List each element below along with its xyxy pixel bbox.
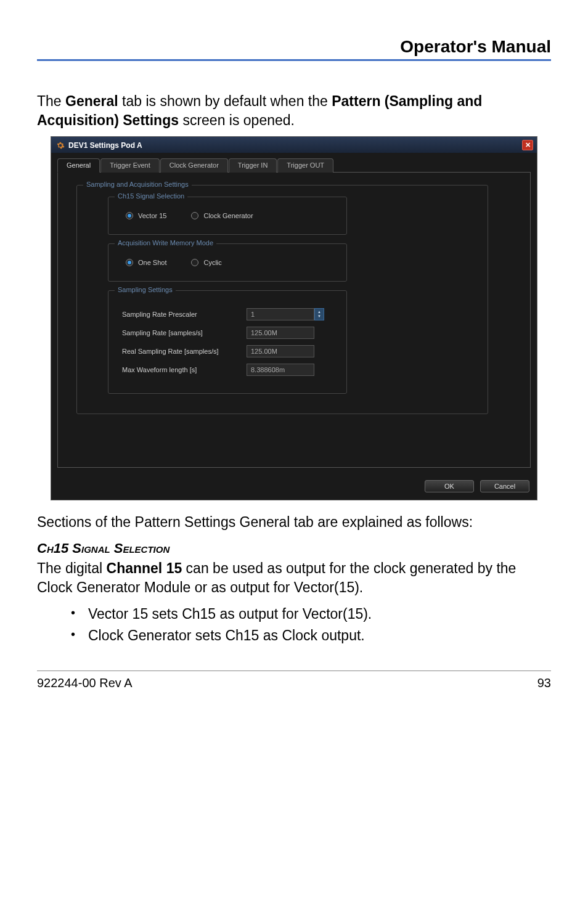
field-label: Sampling Rate Prescaler (122, 311, 239, 318)
group-legend: Ch15 Signal Selection (115, 192, 187, 200)
tab-container: General Trigger Event Clock Generator Tr… (51, 153, 537, 474)
group-sampling-acquisition: Sampling and Acquisition Settings Ch15 S… (76, 185, 488, 414)
spinner-buttons[interactable]: ▲ ▼ (314, 308, 324, 320)
section-heading: Ch15 Signal Selection (37, 540, 551, 556)
text: The (37, 93, 65, 109)
dialog-window: DEV1 Settings Pod A ✕ General Trigger Ev… (51, 136, 537, 500)
group-legend: Sampling and Acquisition Settings (83, 181, 192, 188)
intro-paragraph: The General tab is shown by default when… (37, 92, 551, 130)
radio-row: One Shot Cyclic (122, 255, 335, 270)
tab-trigger-in[interactable]: Trigger IN (229, 158, 277, 173)
tab-trigger-out[interactable]: Trigger OUT (277, 158, 333, 173)
radio-icon (126, 212, 133, 219)
paragraph: Sections of the Pattern Settings General… (37, 513, 551, 532)
group-ch15-signal: Ch15 Signal Selection Vector 15 Clock Ge… (108, 197, 347, 235)
page-header: Operator's Manual (37, 37, 551, 61)
radio-cyclic[interactable]: Cyclic (191, 259, 221, 266)
gear-icon (56, 141, 65, 150)
tab-trigger-event[interactable]: Trigger Event (100, 158, 160, 173)
real-sampling-rate-value: 125.00M (247, 345, 314, 357)
radio-icon (126, 259, 133, 266)
radio-label: Cyclic (203, 259, 221, 266)
ok-button[interactable]: OK (425, 480, 474, 492)
field-label: Max Waveform length [s] (122, 366, 239, 373)
radio-label: Clock Generator (203, 212, 253, 219)
prescaler-input[interactable]: 1 (247, 308, 314, 320)
page-footer: 922244-00 Rev A 93 (37, 671, 551, 690)
list-item: Clock Generator sets Ch15 as Clock outpu… (71, 625, 551, 646)
group-legend: Sampling Settings (115, 286, 176, 293)
dialog-title: DEV1 Settings Pod A (68, 141, 522, 150)
list-item: Vector 15 sets Ch15 as output for Vector… (71, 603, 551, 625)
footer-left: 922244-00 Rev A (37, 676, 133, 690)
radio-icon (191, 259, 198, 266)
sampling-rate-input[interactable]: 125.00M (247, 327, 314, 339)
max-waveform-value: 8.388608m (247, 364, 314, 376)
radio-vector15[interactable]: Vector 15 (126, 212, 166, 219)
dialog-button-row: OK Cancel (51, 474, 537, 500)
text-bold: General (65, 93, 118, 109)
settings-dialog-screenshot: DEV1 Settings Pod A ✕ General Trigger Ev… (51, 136, 537, 500)
paragraph: The digital Channel 15 can be used as ou… (37, 559, 551, 597)
radio-clock-generator[interactable]: Clock Generator (191, 212, 253, 219)
field-label: Sampling Rate [samples/s] (122, 329, 239, 336)
field-row-max-waveform: Max Waveform length [s] 8.388608m (122, 364, 335, 376)
field-row-prescaler: Sampling Rate Prescaler 1 ▲ ▼ (122, 308, 335, 320)
tab-row: General Trigger Event Clock Generator Tr… (57, 158, 531, 172)
field-row-sampling-rate: Sampling Rate [samples/s] 125.00M (122, 327, 335, 339)
footer-page-number: 93 (537, 676, 551, 690)
prescaler-spinner[interactable]: 1 ▲ ▼ (247, 308, 324, 320)
text: tab is shown by default when the (118, 93, 332, 109)
tab-general[interactable]: General (57, 158, 100, 173)
cancel-button[interactable]: Cancel (480, 480, 529, 492)
tab-panel-general: Sampling and Acquisition Settings Ch15 S… (57, 172, 531, 468)
radio-row: Vector 15 Clock Generator (122, 208, 335, 223)
radio-icon (191, 212, 198, 219)
radio-label: One Shot (138, 259, 166, 266)
radio-one-shot[interactable]: One Shot (126, 259, 166, 266)
close-button[interactable]: ✕ (522, 140, 533, 150)
tab-clock-generator[interactable]: Clock Generator (160, 158, 228, 173)
text-bold: Channel 15 (107, 560, 182, 576)
field-row-real-rate: Real Sampling Rate [samples/s] 125.00M (122, 345, 335, 357)
text: The digital (37, 560, 107, 576)
radio-label: Vector 15 (138, 212, 166, 219)
chevron-up-icon: ▲ (317, 310, 321, 314)
text: screen is opened. (179, 112, 295, 128)
close-icon: ✕ (525, 141, 531, 149)
chevron-down-icon: ▼ (317, 314, 321, 319)
dialog-titlebar: DEV1 Settings Pod A ✕ (51, 137, 537, 153)
group-acquisition-mode: Acquisition Write Memory Mode One Shot C… (108, 243, 347, 282)
bullet-list: Vector 15 sets Ch15 as output for Vector… (37, 603, 551, 646)
header-title: Operator's Manual (37, 37, 551, 57)
group-legend: Acquisition Write Memory Mode (115, 239, 216, 247)
group-sampling-settings: Sampling Settings Sampling Rate Prescale… (108, 290, 347, 394)
field-label: Real Sampling Rate [samples/s] (122, 348, 239, 355)
